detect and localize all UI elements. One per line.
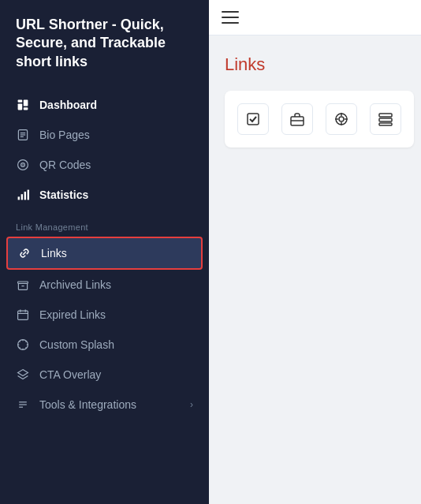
svg-point-10 bbox=[22, 164, 24, 166]
tools-icon bbox=[16, 398, 30, 412]
svg-rect-11 bbox=[18, 197, 20, 200]
svg-line-25 bbox=[19, 342, 20, 342]
sidebar-item-cta-overlay[interactable]: CTA Overlay bbox=[0, 360, 209, 390]
main-body: Links bbox=[209, 35, 421, 504]
svg-rect-16 bbox=[18, 311, 28, 319]
page-title: Links bbox=[225, 54, 414, 75]
sidebar-item-label: Bio Pages bbox=[39, 129, 90, 141]
svg-line-27 bbox=[19, 348, 20, 349]
topbar bbox=[209, 0, 421, 35]
sidebar-item-custom-splash[interactable]: Custom Splash bbox=[0, 330, 209, 360]
sidebar-item-label: Dashboard bbox=[39, 99, 97, 111]
chevron-down-icon: › bbox=[190, 399, 193, 410]
sidebar-item-label: CTA Overlay bbox=[39, 368, 101, 381]
app-title: URL Shortner - Quick, Secure, and Tracka… bbox=[16, 16, 193, 71]
svg-rect-12 bbox=[21, 194, 23, 200]
svg-rect-42 bbox=[379, 114, 392, 117]
dashboard-icon bbox=[16, 98, 30, 112]
svg-rect-2 bbox=[24, 100, 28, 106]
sidebar-item-label: Tools & Integrations bbox=[39, 398, 136, 411]
sidebar-item-archived-links[interactable]: Archived Links bbox=[0, 270, 209, 300]
link-icon bbox=[17, 246, 32, 260]
sidebar: URL Shortner - Quick, Secure, and Tracka… bbox=[0, 0, 209, 504]
sidebar-item-label: Expired Links bbox=[39, 308, 106, 321]
sidebar-nav: Dashboard Bio Pages bbox=[0, 90, 209, 504]
bulk-action-button[interactable] bbox=[281, 103, 313, 135]
svg-point-37 bbox=[339, 117, 344, 121]
storage-icon bbox=[378, 111, 393, 127]
sidebar-item-statistics[interactable]: Statistics bbox=[0, 180, 209, 210]
archive-button[interactable] bbox=[370, 103, 401, 135]
svg-rect-14 bbox=[28, 190, 29, 200]
svg-rect-3 bbox=[24, 107, 28, 110]
sidebar-item-label: Custom Splash bbox=[39, 338, 114, 351]
svg-line-26 bbox=[25, 348, 26, 349]
select-all-button[interactable] bbox=[237, 103, 269, 135]
bio-icon bbox=[16, 128, 30, 142]
svg-rect-13 bbox=[24, 192, 26, 200]
svg-rect-1 bbox=[18, 104, 23, 110]
links-card bbox=[225, 91, 414, 147]
logo-area: URL Shortner - Quick, Secure, and Tracka… bbox=[0, 16, 209, 90]
briefcase-icon bbox=[289, 111, 305, 127]
archive-icon bbox=[16, 278, 30, 292]
sidebar-item-qr-codes[interactable]: QR Codes bbox=[0, 150, 209, 180]
svg-rect-33 bbox=[248, 114, 259, 125]
sidebar-item-links[interactable]: Links bbox=[6, 237, 203, 270]
sidebar-item-expired-links[interactable]: Expired Links bbox=[0, 300, 209, 330]
sidebar-item-dashboard[interactable]: Dashboard bbox=[0, 90, 209, 120]
sidebar-item-label: Archived Links bbox=[39, 278, 111, 291]
svg-rect-0 bbox=[18, 100, 23, 103]
stats-icon bbox=[16, 188, 30, 202]
splash-icon bbox=[16, 338, 30, 352]
sidebar-item-bio-pages[interactable]: Bio Pages bbox=[0, 120, 209, 150]
svg-rect-15 bbox=[18, 282, 28, 283]
target-button[interactable] bbox=[326, 103, 357, 135]
sidebar-item-label: Statistics bbox=[39, 189, 88, 201]
menu-button[interactable] bbox=[222, 11, 239, 24]
svg-marker-29 bbox=[18, 370, 28, 376]
main-content: Links bbox=[209, 0, 421, 504]
qr-icon bbox=[16, 158, 30, 172]
svg-rect-43 bbox=[379, 118, 392, 121]
target-icon bbox=[333, 111, 349, 127]
sidebar-item-label: QR Codes bbox=[39, 159, 91, 171]
svg-line-28 bbox=[25, 342, 26, 342]
svg-rect-44 bbox=[379, 123, 392, 125]
sidebar-item-label: Links bbox=[41, 247, 67, 259]
link-management-section-label: Link Management bbox=[0, 210, 209, 237]
checkbox-icon bbox=[245, 111, 261, 127]
sidebar-item-tools[interactable]: Tools & Integrations › bbox=[0, 390, 209, 420]
layers-icon bbox=[16, 368, 30, 382]
toolbar-icon-row bbox=[237, 103, 401, 135]
calendar-icon bbox=[16, 308, 30, 322]
